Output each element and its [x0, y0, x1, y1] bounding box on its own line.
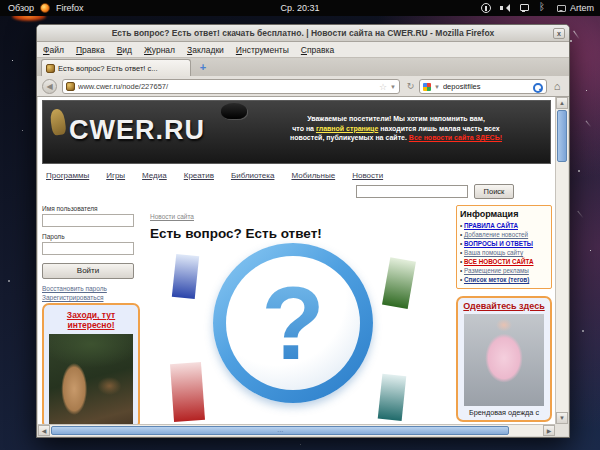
password-label: Пароль	[42, 233, 142, 240]
user-menu[interactable]: Artem	[557, 3, 594, 13]
new-tab-button[interactable]: +	[195, 61, 211, 74]
notice-line2-post: находится лишь малая часть всех	[378, 125, 499, 132]
search-bar[interactable]: ▼	[419, 79, 547, 94]
close-window-button[interactable]: x	[553, 28, 565, 39]
menu-tools[interactable]: Инструменты	[230, 45, 295, 55]
scrollbar-corner	[555, 424, 568, 436]
horizontal-scrollbar[interactable]: ◀ ⋯ ▶	[38, 424, 555, 436]
site-header-banner: CWER.RU Уважаемые посетители! Мы хотим н…	[42, 100, 551, 164]
right-ad-box[interactable]: Одевайтесь здесь Брендовая одежда с голо…	[456, 296, 552, 422]
navigation-toolbar: ◀ www.cwer.ru/node/227657/ ☆ ▼ ↻ ▼ ⌂	[37, 76, 569, 97]
nav-news[interactable]: Новости	[352, 171, 383, 180]
question-mark-teal: ?	[378, 374, 407, 421]
nav-programs[interactable]: Программы	[46, 171, 89, 180]
star-streak	[586, 121, 592, 128]
menu-edit[interactable]: Правка	[70, 45, 111, 55]
accessibility-icon[interactable]	[481, 3, 491, 13]
nav-games[interactable]: Игры	[106, 171, 125, 180]
question-circle-inner: ?	[226, 256, 360, 390]
scroll-up-arrow[interactable]: ▲	[556, 97, 568, 109]
star	[582, 330, 584, 332]
nav-mobile[interactable]: Мобильные	[291, 171, 335, 180]
menu-history[interactable]: Журнал	[138, 45, 181, 55]
register-link[interactable]: Зарегистрироваться	[42, 294, 142, 301]
info-link-help[interactable]: Ваша помощь сайту	[464, 249, 523, 256]
right-sidebar: Информация ПРАВИЛА САЙТА Добавление ново…	[456, 205, 552, 422]
site-logo[interactable]: CWER.RU	[69, 115, 205, 146]
search-go-icon[interactable]	[533, 83, 543, 91]
info-link-ads[interactable]: Размещение рекламы	[464, 267, 529, 274]
back-button[interactable]: ◀	[42, 79, 57, 94]
engine-dropdown-icon[interactable]: ▼	[434, 84, 440, 90]
left-ad-title[interactable]: Заходи, тут интересно!	[44, 310, 138, 330]
question-mark-green: ?	[382, 257, 416, 309]
list-item: Ваша помощь сайту	[460, 248, 548, 257]
google-engine-icon[interactable]	[423, 83, 431, 91]
left-ad-box[interactable]: Заходи, тут интересно!	[42, 303, 140, 424]
question-illustration: ? ? ? ? ?	[150, 235, 452, 424]
window-titlebar[interactable]: Есть вопрос? Есть ответ! скачать бесплат…	[37, 25, 569, 42]
url-text[interactable]: www.cwer.ru/node/227657/	[78, 82, 376, 91]
site-favicon	[66, 82, 75, 91]
info-link-all-news[interactable]: ВСЕ НОВОСТИ САЙТА	[464, 258, 534, 265]
activities-button[interactable]: Обзор	[8, 3, 34, 13]
username-field[interactable]	[42, 214, 134, 227]
site-search-input[interactable]	[356, 185, 468, 198]
star	[590, 250, 591, 251]
browser-menubar: Файл Правка Вид Журнал Закладки Инструме…	[37, 42, 569, 58]
nav-media[interactable]: Медиа	[142, 171, 167, 180]
login-button[interactable]: Войти	[42, 263, 134, 279]
info-link-tags[interactable]: Список меток (тегов)	[464, 276, 529, 283]
site-search-button[interactable]: Поиск	[474, 184, 514, 199]
main-page-link[interactable]: главной странице	[316, 125, 378, 132]
horizontal-scroll-thumb[interactable]: ⋯	[51, 426, 509, 435]
scroll-down-arrow[interactable]: ▼	[556, 412, 568, 424]
display-icon[interactable]	[519, 3, 529, 13]
left-ad-image[interactable]	[49, 334, 133, 424]
focused-app-menu[interactable]: Firefox	[56, 3, 84, 13]
menu-help[interactable]: Справка	[295, 45, 340, 55]
url-bar[interactable]: www.cwer.ru/node/227657/ ☆ ▼	[62, 79, 400, 94]
star-streak	[577, 211, 583, 219]
gnome-top-panel: Обзор Firefox Ср. 20:31 Artem	[0, 0, 600, 16]
star	[22, 130, 23, 131]
star	[578, 170, 580, 172]
tab-bar: Есть вопрос? Есть ответ! с... +	[37, 58, 569, 76]
info-link-rules[interactable]: ПРАВИЛА САЙТА	[464, 222, 518, 229]
bluetooth-icon[interactable]	[538, 3, 548, 13]
nav-creative[interactable]: Креатив	[184, 171, 214, 180]
menu-file[interactable]: Файл	[37, 45, 70, 55]
reload-button[interactable]: ↻	[404, 80, 417, 93]
bookmark-star-icon[interactable]: ☆	[379, 82, 387, 92]
firefox-app-icon[interactable]	[40, 3, 50, 13]
all-news-link[interactable]: Все новости сайта ЗДЕСЬ!	[409, 134, 502, 141]
chat-status-icon	[557, 5, 566, 12]
scroll-right-arrow[interactable]: ▶	[543, 425, 555, 436]
menu-bookmarks[interactable]: Закладки	[181, 45, 230, 55]
star	[586, 90, 587, 91]
notice-line2-pre: что на	[292, 125, 316, 132]
scroll-left-arrow[interactable]: ◀	[38, 425, 50, 436]
recover-password-link[interactable]: Восстановить пароль	[42, 285, 142, 292]
breadcrumb[interactable]: Новости сайта	[150, 213, 194, 220]
home-button[interactable]: ⌂	[550, 79, 564, 94]
list-item: ВОПРОСЫ И ОТВЕТЫ	[460, 239, 548, 248]
info-link-add-news[interactable]: Добавление новостей	[464, 231, 528, 238]
nav-library[interactable]: Библиотека	[231, 171, 275, 180]
right-ad-image[interactable]	[464, 314, 544, 406]
article-area: Новости сайта Есть вопрос? Есть ответ! ?…	[150, 205, 452, 424]
url-dropdown-icon[interactable]: ▼	[390, 84, 396, 90]
volume-icon[interactable]	[500, 3, 510, 13]
right-ad-title[interactable]: Одевайтесь здесь	[458, 301, 550, 311]
password-field[interactable]	[42, 242, 134, 255]
search-input[interactable]	[443, 82, 530, 91]
info-link-qa[interactable]: ВОПРОСЫ И ОТВЕТЫ	[464, 240, 533, 247]
star-streak	[573, 31, 580, 40]
menu-view[interactable]: Вид	[111, 45, 138, 55]
active-tab[interactable]: Есть вопрос? Есть ответ! с...	[41, 59, 191, 76]
page-viewport: CWER.RU Уважаемые посетители! Мы хотим н…	[38, 97, 555, 424]
list-item: ВСЕ НОВОСТИ САЙТА	[460, 257, 548, 266]
star	[8, 280, 10, 282]
vertical-scroll-thumb[interactable]	[557, 110, 567, 162]
vertical-scrollbar[interactable]: ▲ ▼	[555, 97, 568, 424]
